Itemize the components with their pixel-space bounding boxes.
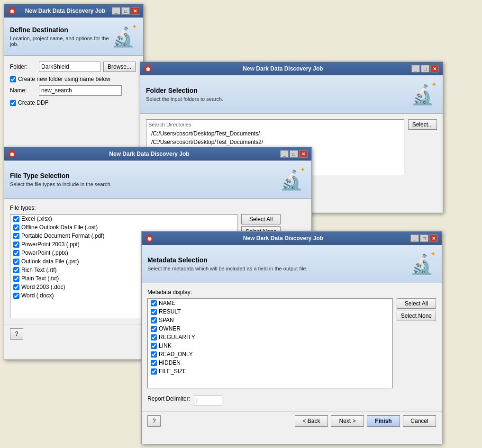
win1-create-folder-checkbox[interactable] — [10, 76, 16, 82]
win2-dir1[interactable]: /C:/Users/cosort/Desktop/Test_Documents/ — [148, 129, 402, 138]
win2-microscope-icon: 🔬 ✦ — [409, 80, 437, 108]
win2-title-bar: ◉ New Dark Data Discovery Job _ □ ✕ — [140, 62, 443, 75]
win3-controls: _ □ ✕ — [280, 150, 308, 158]
win4-delimiter-row: Report Delimiter: — [147, 395, 436, 405]
list-item[interactable]: OWNER — [148, 324, 392, 333]
win1-create-ddf-checkbox-label[interactable]: Create DDF — [10, 99, 137, 106]
list-item[interactable]: FILE_SIZE — [148, 367, 392, 376]
win3-maximize-btn[interactable]: □ — [290, 150, 298, 158]
win1-browse-btn[interactable]: Browse... — [103, 62, 136, 72]
win2-header: Folder Selection Select the input folder… — [140, 75, 443, 114]
win4-metadata-display-label: Metadata display: — [147, 289, 436, 296]
win4-select-all-btn[interactable]: Select All — [397, 298, 436, 309]
win1-header-subtitle: Location, project name, and options for … — [10, 36, 109, 47]
list-item[interactable]: HIDDEN — [148, 358, 392, 367]
win4-header-text: Metadata Selection Select the metadata w… — [147, 256, 308, 271]
list-item[interactable]: NAME — [148, 299, 392, 307]
win1-name-input[interactable] — [39, 85, 122, 96]
win1-folder-input[interactable] — [39, 62, 100, 72]
list-item[interactable]: READ_ONLY — [148, 350, 392, 358]
win1-header-text: Define Destination Location, project nam… — [10, 26, 109, 47]
win1-create-ddf-label: Create DDF — [18, 99, 48, 106]
win3-title-bar: ◉ New Dark Data Discovery Job _ □ ✕ — [4, 147, 311, 161]
win4-title: New Dark Data Discovery Job — [156, 235, 410, 242]
win1-folder-row: Folder: Browse... — [10, 62, 137, 72]
win2-search-dir-label: Search Directories — [148, 122, 402, 127]
win4-help-btn[interactable]: ? — [147, 415, 161, 427]
win4-metadata-list[interactable]: NAME RESULT SPAN OWNER REGULARITY LINK R… — [147, 298, 393, 388]
win3-minimize-btn[interactable]: _ — [280, 150, 289, 158]
win2-header-title: Folder Selection — [146, 87, 223, 94]
win4-side-buttons: Select All Select None — [397, 298, 436, 321]
win2-header-subtitle: Select the input folders to search. — [146, 96, 223, 102]
win4-delimiter-input[interactable] — [194, 395, 222, 405]
list-item[interactable]: SPAN — [148, 316, 392, 324]
win1-create-ddf-checkbox[interactable] — [10, 100, 16, 106]
win2-title: New Dark Data Discovery Job — [155, 65, 411, 72]
win1-header-title: Define Destination — [10, 26, 109, 34]
win3-close-btn[interactable]: ✕ — [299, 150, 308, 158]
list-item[interactable]: Offline Outlook Data File (.ost) — [10, 223, 237, 232]
win3-file-types-label: File types: — [10, 205, 306, 211]
win4-close-btn[interactable]: ✕ — [429, 234, 438, 242]
win3-help-btn[interactable]: ? — [10, 328, 23, 340]
win3-header-title: File Type Selection — [10, 172, 112, 179]
win2-dir2-text: /C:/Users/cosort/Desktop/Test_Documents2… — [151, 139, 263, 145]
win2-select-btn[interactable]: Select... — [408, 119, 437, 130]
win4-back-btn[interactable]: < Back — [295, 415, 328, 427]
win3-select-all-btn[interactable]: Select All — [241, 214, 281, 224]
svg-text:✦: ✦ — [132, 23, 137, 30]
win4-header-subtitle: Select the metadata which will be includ… — [147, 266, 308, 271]
win4-select-none-btn[interactable]: Select None — [397, 311, 436, 321]
svg-text:✦: ✦ — [430, 250, 436, 258]
win4-footer: ? < Back Next > Finish Cancel — [142, 411, 442, 430]
win1-name-row: Name: — [10, 85, 137, 96]
win2-minimize-btn[interactable]: _ — [411, 65, 420, 72]
win4-title-bar: ◉ New Dark Data Discovery Job _ □ ✕ — [142, 232, 442, 245]
win2-maximize-btn[interactable]: □ — [421, 65, 429, 72]
win1-icon: ◉ — [8, 7, 16, 15]
win4-microscope-icon: 🔬 ✦ — [408, 250, 436, 278]
win4-finish-btn[interactable]: Finish — [367, 415, 400, 427]
win2-dir2[interactable]: /C:/Users/cosort/Desktop/Test_Documents2… — [148, 138, 402, 146]
metadata-selection-window: ◉ New Dark Data Discovery Job _ □ ✕ Meta… — [141, 231, 442, 444]
win1-body: Folder: Browse... Create new folder usin… — [4, 56, 143, 115]
win4-controls: _ □ ✕ — [410, 234, 438, 242]
define-destination-window: ◉ New Dark Data Discovery Job _ □ ✕ Defi… — [4, 4, 144, 148]
win4-maximize-btn[interactable]: □ — [420, 234, 428, 242]
win3-title: New Dark Data Discovery Job — [18, 151, 280, 157]
win4-header-title: Metadata Selection — [147, 256, 308, 264]
win3-icon: ◉ — [8, 150, 16, 158]
win4-minimize-btn[interactable]: _ — [410, 234, 419, 242]
win3-microscope-icon: 🔬 ✦ — [277, 165, 306, 194]
win3-header: File Type Selection Select the file type… — [4, 161, 311, 199]
win1-microscope-icon: 🔬 ✦ — [109, 22, 137, 51]
win1-header: Define Destination Location, project nam… — [4, 18, 143, 56]
win1-title: New Dark Data Discovery Job — [18, 8, 112, 14]
win1-title-bar: ◉ New Dark Data Discovery Job _ □ ✕ — [4, 4, 143, 18]
win2-header-text: Folder Selection Select the input folder… — [146, 87, 223, 102]
win4-next-btn[interactable]: Next > — [331, 415, 364, 427]
list-item[interactable]: RESULT — [148, 307, 392, 316]
list-item[interactable]: REGULARITY — [148, 333, 392, 341]
win4-delimiter-label: Report Delimiter: — [147, 395, 190, 402]
win1-maximize-btn[interactable]: □ — [121, 7, 130, 15]
win1-close-btn[interactable]: ✕ — [131, 7, 139, 15]
win1-folder-label: Folder: — [10, 63, 36, 70]
win3-header-subtitle: Select the file types to include in the … — [10, 181, 112, 187]
win3-header-text: File Type Selection Select the file type… — [10, 172, 112, 187]
list-item[interactable]: LINK — [148, 341, 392, 350]
win1-minimize-btn[interactable]: _ — [112, 7, 120, 15]
win4-cancel-btn[interactable]: Cancel — [403, 415, 436, 427]
win1-controls: _ □ ✕ — [112, 7, 139, 15]
win2-icon: ◉ — [144, 65, 152, 72]
win2-close-btn[interactable]: ✕ — [430, 65, 439, 72]
svg-text:✦: ✦ — [300, 166, 306, 173]
win4-body: Metadata display: NAME RESULT SPAN OWNER… — [142, 283, 442, 411]
win2-controls: _ □ ✕ — [411, 65, 439, 72]
win2-dir1-text: /C:/Users/cosort/Desktop/Test_Documents/ — [151, 130, 260, 137]
win1-name-label: Name: — [10, 87, 36, 94]
win1-create-folder-checkbox-label[interactable]: Create new folder using name below — [10, 76, 137, 82]
win4-icon: ◉ — [146, 234, 153, 242]
list-item[interactable]: Excel (.xlsx) — [10, 215, 237, 223]
